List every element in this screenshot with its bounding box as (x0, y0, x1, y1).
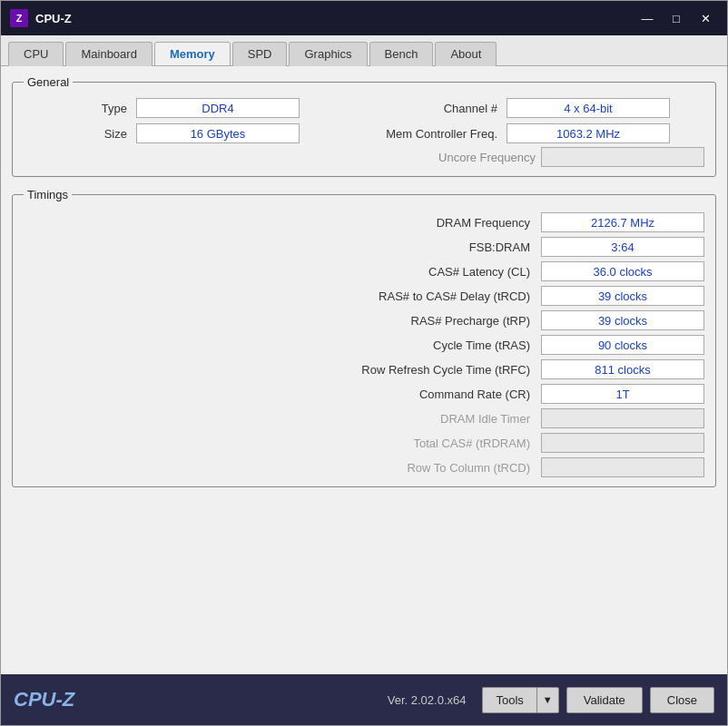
window-title: CPU-Z (35, 12, 635, 25)
main-window: Z CPU-Z — □ ✕ CPU Mainboard Memory SPD G… (0, 0, 728, 726)
tab-spd[interactable]: SPD (232, 42, 288, 66)
timings-fieldset: Timings DRAM Frequency2126.7 MHzFSB:DRAM… (12, 188, 716, 487)
minimize-button[interactable]: — (635, 8, 660, 28)
timing-value-4: 39 clocks (541, 310, 704, 330)
window-controls: — □ ✕ (635, 8, 718, 28)
timing-label-1: FSB:DRAM (24, 240, 537, 254)
timing-label-10: Row To Column (tRCD) (24, 461, 537, 475)
validate-button[interactable]: Validate (566, 687, 643, 713)
footer: CPU-Z Ver. 2.02.0.x64 Tools ▼ Validate C… (1, 674, 727, 725)
size-label: Size (24, 127, 133, 141)
timing-label-8: DRAM Idle Timer (24, 412, 537, 426)
channel-label: Channel # (303, 102, 503, 115)
timing-value-9 (541, 433, 704, 453)
timing-label-0: DRAM Frequency (24, 216, 537, 230)
tab-mainboard[interactable]: Mainboard (65, 42, 152, 66)
timing-label-4: RAS# Precharge (tRP) (24, 314, 537, 328)
size-value: 16 GBytes (136, 123, 300, 143)
timing-label-6: Row Refresh Cycle Time (tRFC) (24, 363, 537, 377)
content-area: General Type DDR4 Channel # 4 x 64-bit S… (1, 66, 727, 674)
tools-button[interactable]: Tools (482, 687, 536, 713)
general-grid: Type DDR4 Channel # 4 x 64-bit Size 16 G… (24, 98, 704, 143)
timing-value-0: 2126.7 MHz (541, 212, 704, 232)
timings-grid: DRAM Frequency2126.7 MHzFSB:DRAM3:64CAS#… (24, 212, 704, 477)
general-fieldset: General Type DDR4 Channel # 4 x 64-bit S… (12, 75, 716, 177)
timing-value-1: 3:64 (541, 237, 704, 257)
general-legend: General (24, 75, 73, 89)
tools-group: Tools ▼ (482, 687, 558, 713)
footer-version: Ver. 2.02.0.x64 (388, 693, 467, 707)
maximize-button[interactable]: □ (664, 8, 689, 28)
timing-label-7: Command Rate (CR) (24, 388, 537, 401)
tab-graphics[interactable]: Graphics (289, 42, 367, 66)
tab-bench[interactable]: Bench (369, 42, 434, 66)
timing-value-5: 90 clocks (541, 335, 704, 355)
timing-value-6: 811 clocks (541, 359, 704, 379)
uncore-label: Uncore Frequency (354, 151, 536, 164)
tab-about[interactable]: About (435, 42, 497, 66)
timing-value-8 (541, 408, 704, 428)
uncore-row: Uncore Frequency (24, 147, 704, 167)
timing-label-5: Cycle Time (tRAS) (24, 338, 537, 352)
timing-label-2: CAS# Latency (CL) (24, 265, 537, 279)
title-bar: Z CPU-Z — □ ✕ (1, 1, 727, 35)
tools-dropdown-button[interactable]: ▼ (536, 687, 559, 713)
type-label: Type (24, 102, 133, 115)
timing-value-2: 36.0 clocks (541, 261, 704, 281)
type-value: DDR4 (136, 98, 300, 118)
timing-value-7: 1T (541, 384, 704, 404)
memfreq-label: Mem Controller Freq. (303, 127, 503, 141)
channel-value: 4 x 64-bit (507, 98, 670, 118)
timing-label-9: Total CAS# (tRDRAM) (24, 437, 537, 450)
close-window-button[interactable]: ✕ (693, 8, 718, 28)
timing-label-3: RAS# to CAS# Delay (tRCD) (24, 289, 537, 303)
footer-logo: CPU-Z (14, 688, 380, 711)
close-button[interactable]: Close (650, 687, 714, 713)
memfreq-value: 1063.2 MHz (507, 123, 670, 143)
timing-value-3: 39 clocks (541, 286, 704, 306)
tab-cpu[interactable]: CPU (8, 42, 64, 66)
uncore-value (541, 147, 704, 167)
timing-value-10 (541, 457, 704, 477)
tab-memory[interactable]: Memory (154, 42, 231, 66)
tabs-bar: CPU Mainboard Memory SPD Graphics Bench … (1, 35, 727, 66)
timings-legend: Timings (24, 188, 72, 201)
app-icon: Z (10, 9, 28, 27)
